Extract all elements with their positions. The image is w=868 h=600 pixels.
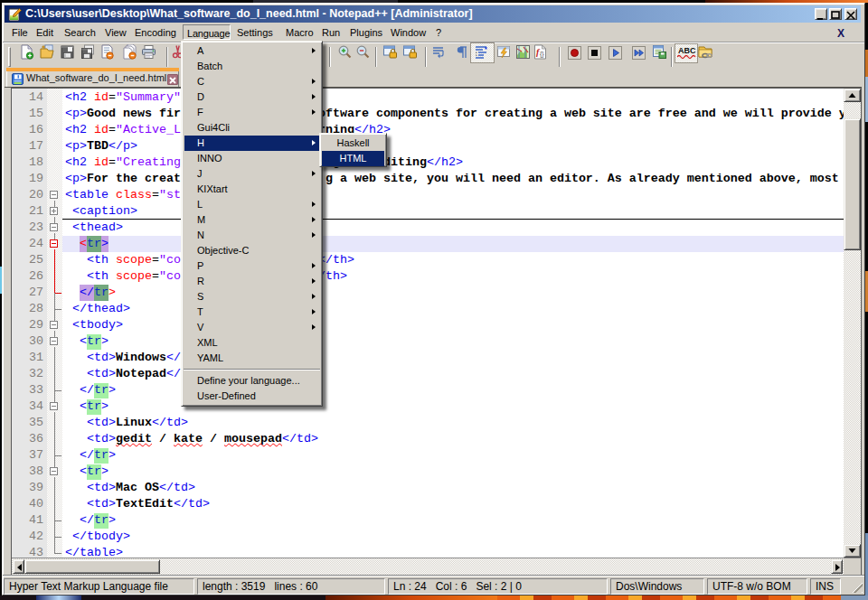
svg-text:{}: {} [540, 51, 544, 58]
